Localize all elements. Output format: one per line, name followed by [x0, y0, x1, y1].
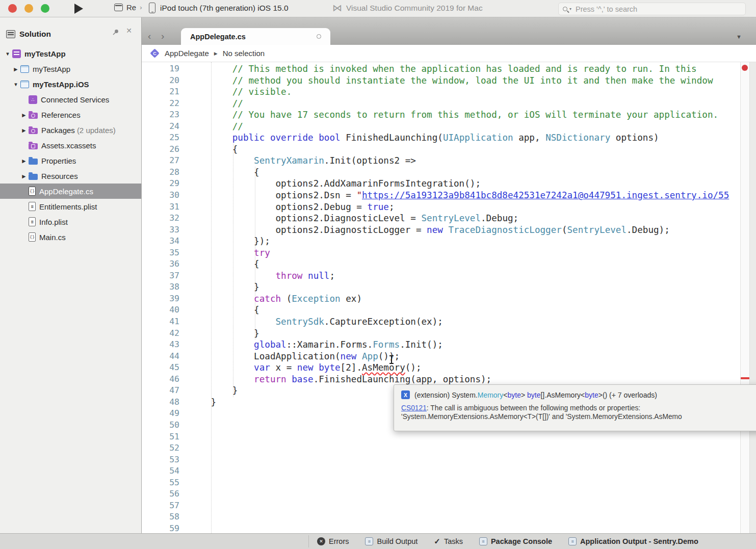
code-line[interactable]: 20 // method you should instantiate the …: [142, 75, 756, 87]
scrollbar-track[interactable]: [749, 62, 756, 533]
line-number[interactable]: 51: [142, 431, 179, 443]
line-number[interactable]: 44: [142, 351, 179, 362]
line-number[interactable]: 31: [142, 201, 179, 213]
expander-right-icon[interactable]: ▶: [19, 112, 29, 118]
sidebar-item-references[interactable]: ▶References: [0, 107, 141, 122]
code-line[interactable]: 21 // visible.: [142, 86, 756, 98]
code-line[interactable]: 24 //: [142, 121, 756, 133]
line-number[interactable]: 46: [142, 374, 179, 385]
code-line[interactable]: 41 SentrySdk.CaptureException(ex);: [142, 316, 756, 328]
run-button[interactable]: [74, 4, 83, 14]
code-line[interactable]: 52: [142, 442, 756, 454]
code-line[interactable]: 40 {: [142, 304, 756, 316]
line-number[interactable]: 27: [142, 155, 179, 167]
search-input[interactable]: [576, 5, 741, 13]
line-number[interactable]: 38: [142, 281, 179, 293]
code-line[interactable]: 58: [142, 511, 756, 523]
sidebar-item-mytestapp-ios[interactable]: ▼myTestApp.iOS: [0, 76, 141, 92]
expander-right-icon[interactable]: ▶: [11, 66, 20, 72]
code-line[interactable]: 55: [142, 477, 756, 489]
code-line[interactable]: 51: [142, 431, 756, 443]
code-line[interactable]: 37 throw null;: [142, 270, 756, 282]
line-number[interactable]: 43: [142, 339, 179, 351]
line-number[interactable]: 21: [142, 86, 179, 98]
code-line[interactable]: 23 // You have 17 seconds to return from…: [142, 109, 756, 121]
code-line[interactable]: 57: [142, 500, 756, 512]
code-line[interactable]: 53: [142, 454, 756, 466]
sidebar-item-connected-services[interactable]: ∴Connected Services: [0, 92, 141, 107]
navigate-forward-button[interactable]: ›: [161, 31, 164, 42]
line-number[interactable]: 54: [142, 465, 179, 477]
code-line[interactable]: 42 }: [142, 328, 756, 339]
sidebar-item-appdelegate-cs[interactable]: {}AppDelegate.cs: [0, 184, 141, 199]
line-number[interactable]: 26: [142, 144, 179, 155]
line-number[interactable]: 36: [142, 258, 179, 270]
line-number[interactable]: 34: [142, 236, 179, 247]
line-number[interactable]: 53: [142, 454, 179, 466]
sidebar-item-properties[interactable]: ▶Properties: [0, 153, 141, 168]
line-number[interactable]: 24: [142, 121, 179, 133]
sidebar-item-mytestapp[interactable]: ▼myTestApp: [0, 46, 141, 61]
statusbar-pad-tasks[interactable]: ✓Tasks: [434, 537, 463, 546]
code-line[interactable]: 25 public override bool FinishedLaunchin…: [142, 132, 756, 144]
sidebar-item-mytestapp[interactable]: ▶myTestApp: [0, 61, 141, 76]
sidebar-item-packages[interactable]: ▶Packages(2 updates): [0, 122, 141, 138]
line-number[interactable]: 29: [142, 178, 179, 190]
line-number[interactable]: 33: [142, 224, 179, 236]
line-number[interactable]: 32: [142, 213, 179, 224]
line-number[interactable]: 23: [142, 109, 179, 121]
line-number[interactable]: 48: [142, 397, 179, 408]
code-line[interactable]: 19 // This method is invoked when the ap…: [142, 63, 756, 75]
code-line[interactable]: 35 try: [142, 247, 756, 259]
error-code-link[interactable]: CS0121: [401, 404, 427, 412]
line-number[interactable]: 19: [142, 63, 179, 75]
error-indicator-icon[interactable]: [742, 65, 748, 71]
code-line[interactable]: 44 LoadApplication(new App());: [142, 351, 756, 362]
sidebar-item-info-plist[interactable]: ≣Info.plist: [0, 214, 141, 229]
code-line[interactable]: 46 return base.FinishedLaunching(app, op…: [142, 374, 756, 385]
error-location-marker[interactable]: [741, 377, 749, 379]
zoom-window-button[interactable]: [41, 4, 49, 13]
tab-list-dropdown-icon[interactable]: ▼: [736, 34, 742, 40]
code-line[interactable]: 33 options2.DiagnosticLogger = new Trace…: [142, 224, 756, 236]
code-line[interactable]: 36 {: [142, 258, 756, 270]
line-number[interactable]: 45: [142, 362, 179, 374]
line-number[interactable]: 35: [142, 247, 179, 259]
sidebar-item-entitlements-plist[interactable]: ≣Entitlements.plist: [0, 199, 141, 214]
code-line[interactable]: 38 }: [142, 281, 756, 293]
close-icon[interactable]: ✕: [126, 27, 132, 35]
statusbar-pad-build-output[interactable]: ≡Build Output: [365, 537, 418, 545]
code-line[interactable]: 39 catch (Exception ex): [142, 293, 756, 305]
navigate-back-button[interactable]: ‹: [148, 31, 151, 42]
line-number[interactable]: 25: [142, 132, 179, 144]
minimize-window-button[interactable]: [24, 4, 33, 13]
line-number[interactable]: 22: [142, 98, 179, 110]
code-line[interactable]: 56: [142, 488, 756, 500]
code-line[interactable]: 34 });: [142, 236, 756, 247]
code-line[interactable]: 31 options2.Debug = true;: [142, 201, 756, 213]
sidebar-item-resources[interactable]: ▶Resources: [0, 168, 141, 184]
code-line[interactable]: 32 options2.DiagnosticLevel = SentryLeve…: [142, 213, 756, 224]
line-number[interactable]: 42: [142, 328, 179, 339]
line-number[interactable]: 20: [142, 75, 179, 87]
code-line[interactable]: 27 SentryXamarin.Init(options2 =>: [142, 155, 756, 167]
code-line[interactable]: 30 options2.Dsn = "https://5a193123a9b84…: [142, 190, 756, 201]
code-line[interactable]: 29 options2.AddXamarinFormsIntegration()…: [142, 178, 756, 190]
line-number[interactable]: 56: [142, 488, 179, 500]
statusbar-pad-package-console[interactable]: ≡Package Console: [479, 537, 552, 545]
line-number[interactable]: 55: [142, 477, 179, 489]
line-number[interactable]: 59: [142, 523, 179, 533]
tab-appdelegate[interactable]: AppDelegate.cs: [181, 28, 330, 45]
line-number[interactable]: 41: [142, 316, 179, 328]
breadcrumb-selection[interactable]: No selection: [223, 49, 265, 58]
build-configuration-selector[interactable]: Re ›: [114, 3, 142, 12]
expander-down-icon[interactable]: ▼: [3, 51, 12, 57]
line-number[interactable]: 52: [142, 442, 179, 454]
line-number[interactable]: 50: [142, 420, 179, 431]
statusbar-pad-errors[interactable]: ✕Errors: [317, 537, 349, 545]
expander-right-icon[interactable]: ▶: [19, 127, 29, 133]
statusbar-pad-application-output-sentry-demo[interactable]: ≡Application Output - Sentry.Demo: [568, 537, 698, 545]
expander-right-icon[interactable]: ▶: [19, 158, 29, 164]
pin-icon[interactable]: [112, 29, 119, 38]
line-number[interactable]: 37: [142, 270, 179, 282]
